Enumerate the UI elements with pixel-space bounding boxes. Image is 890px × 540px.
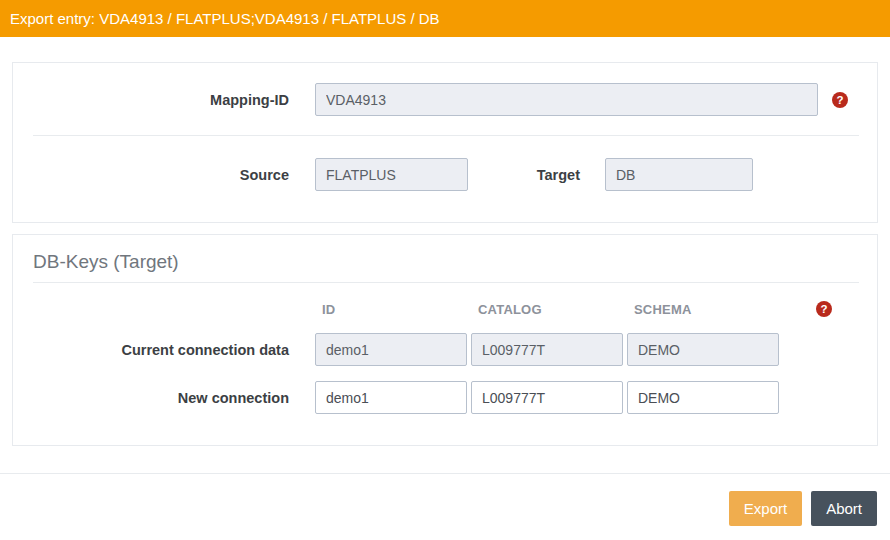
- db-keys-column-headers: ID CATALOG SCHEMA ?: [13, 301, 877, 317]
- column-header-schema: SCHEMA: [627, 302, 779, 317]
- current-connection-id-field[interactable]: [315, 333, 467, 366]
- page-title: Export entry: VDA4913 / FLATPLUS;VDA4913…: [10, 10, 440, 27]
- db-keys-panel: DB-Keys (Target) ID CATALOG SCHEMA ? Cur…: [12, 234, 878, 446]
- column-header-id: ID: [315, 302, 467, 317]
- panel-divider: [33, 135, 859, 136]
- db-keys-panel-title: DB-Keys (Target): [33, 251, 857, 273]
- mapping-id-label: Mapping-ID: [13, 92, 289, 108]
- panel-divider: [33, 282, 859, 283]
- target-field[interactable]: [605, 158, 753, 191]
- new-connection-schema-field[interactable]: [627, 381, 779, 414]
- table-row-new-connection: New connection: [13, 381, 877, 414]
- new-connection-id-field[interactable]: [315, 381, 467, 414]
- source-label: Source: [13, 167, 289, 183]
- new-connection-label: New connection: [13, 390, 289, 406]
- column-header-catalog: CATALOG: [471, 302, 623, 317]
- footer-button-bar: Export Abort: [0, 474, 890, 526]
- source-field[interactable]: [315, 158, 468, 191]
- window-title-bar: Export entry: VDA4913 / FLATPLUS;VDA4913…: [0, 0, 890, 37]
- help-question-icon[interactable]: ?: [832, 92, 848, 108]
- mapping-id-row: Mapping-ID ?: [13, 83, 877, 116]
- current-connection-schema-field[interactable]: [627, 333, 779, 366]
- new-connection-catalog-field[interactable]: [471, 381, 623, 414]
- mapping-panel: Mapping-ID ? Source Target: [12, 62, 878, 223]
- mapping-id-field[interactable]: [315, 83, 818, 116]
- target-label: Target: [468, 167, 580, 183]
- current-connection-catalog-field[interactable]: [471, 333, 623, 366]
- abort-button[interactable]: Abort: [811, 491, 877, 526]
- table-row-current-connection: Current connection data: [13, 333, 877, 366]
- current-connection-label: Current connection data: [13, 342, 289, 358]
- export-button[interactable]: Export: [729, 491, 802, 526]
- help-question-icon[interactable]: ?: [816, 301, 832, 317]
- source-target-row: Source Target: [13, 158, 877, 191]
